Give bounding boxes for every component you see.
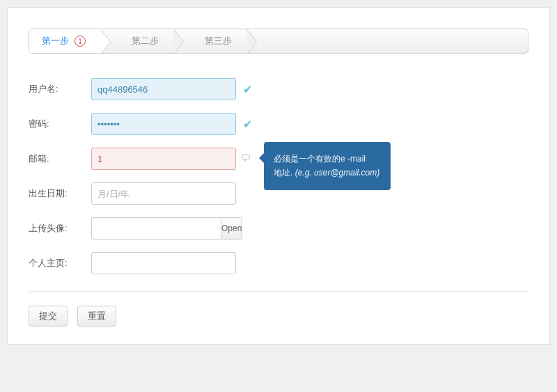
tooltip-line1: 必须是一个有效的e -mail <box>274 154 366 164</box>
svg-rect-0 <box>242 154 250 159</box>
step-1[interactable]: 第一步 1 <box>29 29 101 53</box>
checkmark-icon: ✔ <box>243 118 252 131</box>
tooltip-example: (e.g. user@gmail.com) <box>295 168 380 178</box>
step-2[interactable]: 第二步 <box>111 29 174 53</box>
label-password: 密码: <box>29 118 91 130</box>
row-username: 用户名: ✔ <box>29 78 528 100</box>
label-username: 用户名: <box>29 83 91 95</box>
step-arrow-2 <box>174 29 184 53</box>
input-password[interactable] <box>91 113 236 135</box>
input-username[interactable] <box>91 78 236 100</box>
step-3-label: 第三步 <box>205 35 232 47</box>
row-avatar: 上传头像: Open <box>29 217 528 240</box>
open-button[interactable]: Open <box>221 217 242 240</box>
input-avatar-path[interactable] <box>91 217 221 240</box>
step-2-label: 第二步 <box>132 35 159 47</box>
row-password: 密码: ✔ <box>29 113 528 135</box>
input-birth[interactable] <box>91 182 236 205</box>
row-email: 邮箱: 必须是一个有效的e -mail 地址. (e.g. user@gmail… <box>29 148 528 170</box>
step-wizard: 第一步 1 第二步 第三步 <box>29 29 528 54</box>
step-1-label: 第一步 <box>42 35 69 47</box>
submit-button[interactable]: 提交 <box>29 306 68 327</box>
tooltip-line2: 地址. <box>274 168 292 178</box>
row-birth: 出生日期: <box>29 182 528 205</box>
label-avatar: 上传头像: <box>29 222 91 235</box>
divider <box>29 291 528 292</box>
form-panel: 第一步 1 第二步 第三步 用户名: ✔ 密码: ✔ 邮箱: <box>7 7 550 345</box>
speech-bubble-icon <box>242 153 251 165</box>
label-birth: 出生日期: <box>29 187 91 200</box>
step-3[interactable]: 第三步 <box>184 29 247 53</box>
input-homepage[interactable] <box>91 252 236 274</box>
form-actions: 提交 重置 <box>29 306 528 327</box>
input-email[interactable] <box>91 148 236 170</box>
step-arrow-3 <box>247 29 257 53</box>
checkmark-icon: ✔ <box>243 83 252 96</box>
file-input-group: Open <box>91 217 236 240</box>
step-arrow-1 <box>101 29 111 53</box>
row-homepage: 个人主页: <box>29 252 528 274</box>
step-1-badge: 1 <box>74 36 86 47</box>
label-email: 邮箱: <box>29 152 91 165</box>
label-homepage: 个人主页: <box>29 257 91 269</box>
reset-button[interactable]: 重置 <box>77 306 116 327</box>
